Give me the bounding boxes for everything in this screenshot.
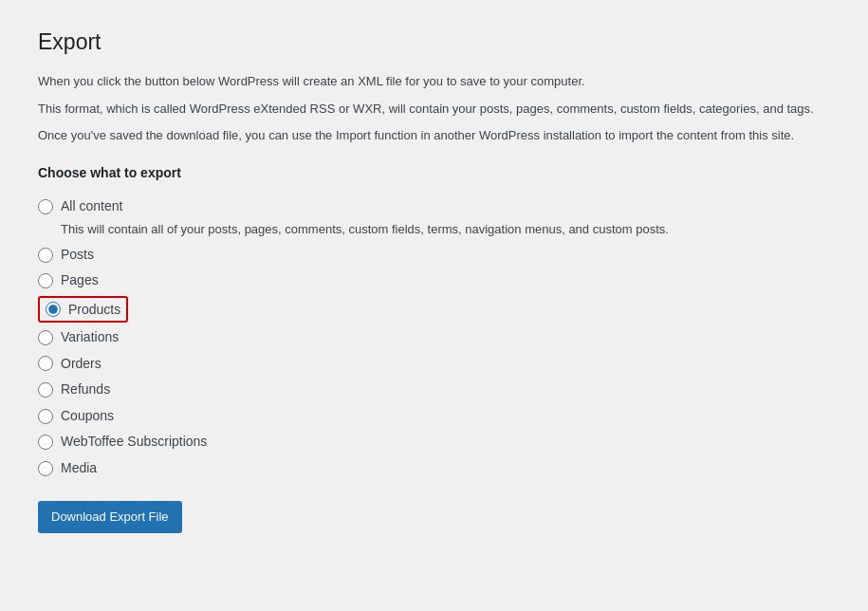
description-3: Once you've saved the download file, you…: [38, 126, 830, 146]
radio-item-orders[interactable]: Orders: [38, 351, 830, 378]
radio-label-all-content[interactable]: All content: [61, 197, 122, 216]
radio-item-products[interactable]: Products: [38, 296, 128, 323]
radio-label-refunds[interactable]: Refunds: [61, 380, 110, 399]
radio-label-products[interactable]: Products: [68, 302, 120, 317]
radio-media[interactable]: [38, 461, 53, 476]
radio-item-variations[interactable]: Variations: [38, 324, 830, 351]
radio-item-media[interactable]: Media: [38, 455, 830, 482]
radio-refunds[interactable]: [38, 382, 53, 398]
radio-label-variations[interactable]: Variations: [61, 328, 119, 347]
radio-products[interactable]: [46, 302, 61, 317]
radio-item-all-content[interactable]: All content: [38, 194, 830, 220]
radio-variations[interactable]: [38, 330, 53, 345]
radio-label-media[interactable]: Media: [61, 459, 97, 478]
radio-coupons[interactable]: [38, 409, 53, 424]
radio-label-webtoffee-subscriptions[interactable]: WebToffee Subscriptions: [61, 433, 207, 452]
page-title: Export: [38, 28, 830, 57]
radio-item-coupons[interactable]: Coupons: [38, 403, 830, 430]
radio-item-posts[interactable]: Posts: [38, 242, 830, 268]
radio-pages[interactable]: [38, 273, 53, 288]
all-content-hint: This will contain all of your posts, pag…: [61, 222, 830, 236]
radio-webtoffee-subscriptions[interactable]: [38, 435, 53, 450]
radio-orders[interactable]: [38, 356, 53, 371]
section-title: Choose what to export: [38, 165, 830, 180]
description-1: When you click the button below WordPres…: [38, 72, 830, 92]
radio-posts[interactable]: [38, 248, 53, 263]
radio-label-orders[interactable]: Orders: [61, 355, 102, 374]
download-export-button[interactable]: Download Export File: [38, 501, 182, 533]
radio-label-coupons[interactable]: Coupons: [61, 407, 114, 426]
radio-label-pages[interactable]: Pages: [61, 271, 99, 290]
export-options: All content This will contain all of you…: [38, 194, 830, 481]
description-2: This format, which is called WordPress e…: [38, 100, 830, 120]
radio-all-content[interactable]: [38, 199, 53, 214]
main-content: Export When you click the button below W…: [19, 19, 849, 543]
radio-item-refunds[interactable]: Refunds: [38, 377, 830, 403]
radio-item-webtoffee-subscriptions[interactable]: WebToffee Subscriptions: [38, 429, 830, 455]
radio-label-posts[interactable]: Posts: [61, 246, 94, 265]
radio-item-pages[interactable]: Pages: [38, 268, 830, 294]
